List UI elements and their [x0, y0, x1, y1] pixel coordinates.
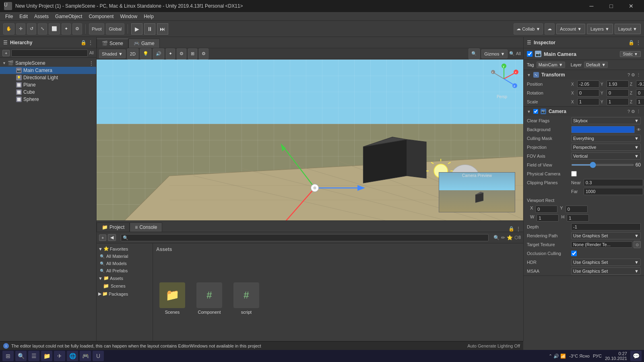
shaded-dropdown[interactable]: Shaded ▼: [99, 49, 126, 58]
scale-tool[interactable]: ⤡: [38, 23, 47, 35]
project-lock-btn[interactable]: 🔒: [508, 226, 514, 232]
target-texture-pick-btn[interactable]: ⊙: [634, 241, 641, 248]
game-tab[interactable]: 🎮 Game: [128, 39, 160, 48]
object-active-toggle[interactable]: [527, 51, 533, 57]
hierarchy-item-directional-light[interactable]: 💡 Directional Light: [0, 74, 96, 81]
play-button[interactable]: ▶: [131, 23, 142, 35]
rotation-z[interactable]: [636, 89, 644, 97]
project-tab[interactable]: 📁 Project: [97, 222, 130, 232]
pause-button[interactable]: ⏸: [144, 23, 155, 35]
audio-btn[interactable]: 🔊: [153, 48, 164, 60]
menu-assets[interactable]: Assets: [31, 13, 52, 20]
account-dropdown[interactable]: Account ▼: [556, 24, 585, 34]
minimize-button[interactable]: ─: [582, 0, 601, 12]
scene-extra2-btn[interactable]: ⊞: [188, 48, 197, 60]
search-btn[interactable]: 🔍: [15, 351, 27, 361]
ds4-btn[interactable]: 🎮: [80, 351, 91, 361]
rendering-path-dropdown[interactable]: Use Graphics Set ▼: [571, 232, 641, 239]
physical-camera-checkbox[interactable]: [571, 171, 577, 177]
viewport-y[interactable]: [566, 206, 588, 213]
inspector-more-btn[interactable]: ⋮: [636, 40, 641, 45]
camera-more-btn[interactable]: ⋮: [636, 109, 641, 114]
scale-z[interactable]: [636, 98, 644, 105]
global-button[interactable]: Global: [106, 23, 124, 35]
static-dropdown[interactable]: Static ▼: [620, 51, 641, 57]
maximize-button[interactable]: □: [602, 0, 620, 12]
viewport-h[interactable]: [567, 214, 589, 222]
viewport-x[interactable]: [535, 206, 557, 213]
rotation-y[interactable]: [607, 89, 629, 97]
transform-help-btn[interactable]: ?: [627, 72, 630, 78]
layout-dropdown[interactable]: Layout ▼: [615, 24, 641, 34]
rotate-tool[interactable]: ↺: [27, 23, 36, 35]
camera-enable-toggle[interactable]: [533, 109, 538, 114]
menu-component[interactable]: Component: [85, 13, 117, 20]
camera-header[interactable]: ▼ 📷 Camera ? ⚙ ⋮: [524, 107, 644, 116]
occlusion-culling-checkbox[interactable]: [571, 251, 577, 256]
clipping-near-input[interactable]: [584, 179, 643, 186]
2d-button[interactable]: 2D: [127, 48, 138, 60]
transform-header[interactable]: ▼ ⤡ Transform ? ⚙ ⋮: [524, 70, 644, 80]
camera-help-btn[interactable]: ?: [627, 109, 630, 114]
transform-settings-btn[interactable]: ⚙: [631, 72, 635, 78]
unity-taskbar-btn[interactable]: U: [93, 351, 104, 361]
search-options-btn[interactable]: ✏: [501, 235, 505, 241]
position-y[interactable]: [607, 80, 629, 88]
msaa-dropdown[interactable]: Use Graphics Set ▼: [571, 267, 641, 275]
culling-mask-dropdown[interactable]: Everything ▼: [571, 135, 641, 142]
gizmos-dropdown[interactable]: Gizmos ▼: [481, 49, 508, 58]
scene-more-btn[interactable]: ⋮: [89, 60, 94, 66]
scale-y[interactable]: [607, 98, 629, 105]
menu-file[interactable]: File: [2, 13, 16, 20]
inspector-lock-btn[interactable]: 🔒: [628, 40, 634, 45]
collab-button[interactable]: ☁ Collab ▼: [514, 23, 543, 35]
all-material-item[interactable]: 🔍 All Material: [97, 253, 153, 260]
tag-dropdown[interactable]: MainCam ▼: [537, 62, 565, 68]
project-search-input[interactable]: [121, 234, 488, 241]
project-more-btn[interactable]: ⋮: [516, 226, 521, 232]
menu-window[interactable]: Window: [117, 13, 140, 20]
position-z[interactable]: [636, 80, 644, 88]
task-view-btn[interactable]: ☰: [28, 351, 39, 361]
pivot-button[interactable]: Pivot: [89, 23, 104, 35]
packages-section[interactable]: ▶ 📁 Packages: [97, 290, 153, 298]
move-tool[interactable]: ✛: [16, 23, 25, 35]
menu-gameobject[interactable]: GameObject: [52, 13, 85, 20]
depth-input[interactable]: [571, 223, 641, 230]
combined-tool[interactable]: ✦: [62, 23, 71, 35]
asset-scenes[interactable]: 📁 Scenes: [156, 282, 188, 315]
lighting-btn[interactable]: 💡: [140, 48, 151, 60]
clear-flags-dropdown[interactable]: Skybox ▼: [571, 117, 641, 124]
layer-dropdown[interactable]: Default ▼: [584, 62, 608, 68]
favorites-section[interactable]: ▼ ⭐ Favorites: [97, 245, 153, 253]
step-button[interactable]: ⏭: [157, 23, 168, 35]
console-tab[interactable]: ≡ Console: [130, 222, 162, 232]
hierarchy-add-btn[interactable]: +: [2, 50, 10, 56]
search-filter-btn[interactable]: 🔍: [493, 235, 500, 241]
hdr-dropdown[interactable]: Use Graphics Set ▼: [571, 259, 641, 266]
project-nav-back[interactable]: ◀: [108, 234, 116, 241]
projection-dropdown[interactable]: Perspective ▼: [571, 144, 641, 151]
project-add-btn[interactable]: +: [99, 234, 106, 241]
hierarchy-item-cube[interactable]: ⬜ Cube: [0, 88, 96, 96]
scene-tab[interactable]: 🎬 Scene: [97, 39, 128, 48]
custom-tool[interactable]: ⚙: [72, 23, 82, 35]
hierarchy-item-sphere[interactable]: ⬜ Sphere: [0, 96, 96, 103]
all-prefabs-item[interactable]: 🔍 All Prefabs: [97, 267, 153, 274]
layers-dropdown[interactable]: Layers ▼: [587, 24, 613, 34]
close-button[interactable]: ✕: [622, 0, 640, 12]
start-btn[interactable]: ⊞: [2, 351, 14, 361]
scene-extra3-btn[interactable]: ⚙: [199, 48, 208, 60]
scene-viewport[interactable]: y x z x Persp: [97, 60, 523, 220]
hierarchy-lock-btn[interactable]: 🔒: [80, 40, 87, 45]
hierarchy-item-plane[interactable]: ⬜ Plane: [0, 81, 96, 88]
viewport-w[interactable]: [537, 214, 559, 222]
transform-more-btn[interactable]: ⋮: [636, 72, 641, 78]
search-star-btn[interactable]: ⭐: [507, 235, 513, 241]
menu-edit[interactable]: Edit: [16, 13, 31, 20]
all-models-item[interactable]: 🔍 All Models: [97, 260, 153, 267]
telegram-btn[interactable]: ✈: [54, 351, 65, 361]
hierarchy-item-main-camera[interactable]: 📷 Main Camera: [0, 67, 96, 74]
notification-btn[interactable]: 💬: [630, 351, 642, 361]
scene-extra-btn[interactable]: ⚙: [177, 48, 186, 60]
